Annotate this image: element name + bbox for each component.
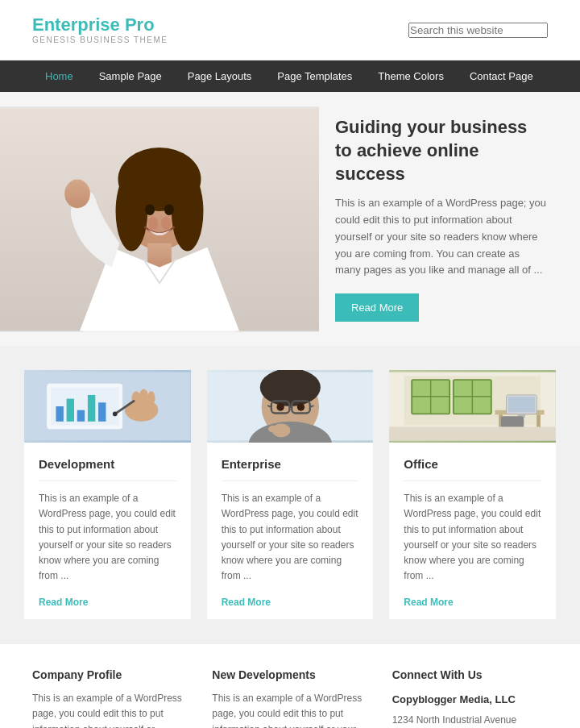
features-section: Development This is an example of a Word… — [0, 346, 580, 643]
svg-rect-18 — [88, 395, 95, 422]
svg-point-4 — [116, 171, 148, 251]
svg-rect-19 — [98, 402, 106, 421]
feature-card-img-office — [389, 370, 556, 443]
nav-list: Home Sample Page Page Layouts Page Templ… — [32, 60, 548, 92]
feature-card-body-enterprise: Enterprise This is an example of a WordP… — [207, 443, 374, 619]
hero-section: Guiding your business to achieve online … — [0, 92, 580, 346]
nav-link-sample[interactable]: Sample Page — [86, 60, 175, 92]
feature-card-body-development: Development This is an example of a Word… — [24, 443, 191, 619]
site-name: Enterprise Pro — [32, 15, 168, 35]
footer-widgets: Company Profile This is an example of a … — [0, 643, 580, 728]
feature-body-office: This is an example of a WordPress page, … — [404, 491, 541, 584]
svg-point-37 — [296, 403, 304, 410]
feature-read-more-enterprise[interactable]: Read More — [222, 597, 271, 608]
site-header: Enterprise Pro GENESIS BUSINESS THEME — [0, 0, 580, 60]
feature-card-img-enterprise — [207, 370, 374, 443]
nav-link-home[interactable]: Home — [32, 60, 86, 92]
hero-read-more-button[interactable]: Read More — [335, 293, 419, 322]
feature-card-development: Development This is an example of a Word… — [24, 370, 191, 619]
nav-item-home[interactable]: Home — [32, 60, 86, 92]
connect-company: Copyblogger Media, LLC — [392, 691, 548, 709]
svg-rect-15 — [56, 406, 63, 422]
svg-point-11 — [164, 204, 174, 215]
nav-link-colors[interactable]: Theme Colors — [365, 60, 457, 92]
search-form — [408, 23, 548, 38]
nav-link-templates[interactable]: Page Templates — [264, 60, 365, 92]
feature-title-enterprise: Enterprise — [222, 457, 359, 481]
feature-read-more-office[interactable]: Read More — [404, 597, 453, 608]
svg-point-8 — [148, 217, 158, 230]
nav-item-sample[interactable]: Sample Page — [86, 60, 175, 92]
feature-body-development: This is an example of a WordPress page, … — [39, 491, 176, 584]
widget-company-profile: Company Profile This is an example of a … — [32, 668, 188, 728]
svg-rect-17 — [77, 410, 85, 422]
search-input[interactable] — [408, 23, 548, 38]
svg-point-7 — [64, 179, 90, 208]
svg-point-25 — [113, 412, 118, 417]
widget-developments-body: This is an example of a WordPress page, … — [212, 691, 367, 728]
nav-item-templates[interactable]: Page Templates — [264, 60, 365, 92]
svg-point-23 — [147, 391, 155, 405]
feature-card-body-office: Office This is an example of a WordPress… — [389, 443, 556, 619]
widget-connect: Connect With Us Copyblogger Media, LLC 1… — [392, 668, 548, 728]
site-tagline: GENESIS BUSINESS THEME — [32, 35, 168, 45]
svg-point-36 — [276, 403, 284, 410]
site-title: Enterprise Pro GENESIS BUSINESS THEME — [32, 15, 168, 45]
connect-address1: 1234 North Industrial Avenue — [392, 712, 548, 728]
svg-rect-53 — [508, 397, 536, 413]
feature-card-enterprise: Enterprise This is an example of a WordP… — [207, 370, 374, 619]
svg-rect-16 — [67, 399, 74, 422]
nav-link-contact[interactable]: Contact Page — [457, 60, 546, 92]
svg-point-5 — [172, 171, 204, 251]
widget-company-title: Company Profile — [32, 668, 188, 681]
hero-content: Guiding your business to achieve online … — [319, 92, 580, 346]
widget-company-body: This is an example of a WordPress page, … — [32, 691, 188, 728]
feature-card-img-development — [24, 370, 191, 443]
svg-rect-6 — [147, 243, 172, 267]
svg-point-9 — [161, 217, 171, 230]
feature-title-office: Office — [404, 457, 541, 481]
nav-item-contact[interactable]: Contact Page — [457, 60, 546, 92]
nav-link-layouts[interactable]: Page Layouts — [175, 60, 265, 92]
feature-title-development: Development — [39, 457, 176, 481]
svg-point-39 — [271, 424, 290, 438]
hero-heading: Guiding your business to achieve online … — [335, 116, 548, 185]
svg-point-10 — [145, 204, 155, 215]
nav-item-colors[interactable]: Theme Colors — [365, 60, 457, 92]
feature-body-enterprise: This is an example of a WordPress page, … — [222, 491, 359, 584]
feature-read-more-development[interactable]: Read More — [39, 597, 88, 608]
svg-point-22 — [139, 389, 148, 405]
widget-developments-title: New Developments — [212, 668, 367, 681]
svg-point-21 — [131, 391, 140, 406]
site-navigation: Home Sample Page Page Layouts Page Templ… — [0, 60, 580, 92]
widget-connect-title: Connect With Us — [392, 668, 548, 681]
hero-body: This is an example of a WordPress page; … — [335, 195, 548, 279]
svg-rect-58 — [389, 427, 556, 441]
hero-illustration — [0, 106, 319, 332]
nav-item-layouts[interactable]: Page Layouts — [175, 60, 265, 92]
widget-new-developments: New Developments This is an example of a… — [212, 668, 367, 728]
feature-card-office: Office This is an example of a WordPress… — [389, 370, 556, 619]
hero-image — [0, 106, 319, 332]
features-grid: Development This is an example of a Word… — [24, 370, 556, 619]
svg-point-30 — [259, 370, 320, 406]
